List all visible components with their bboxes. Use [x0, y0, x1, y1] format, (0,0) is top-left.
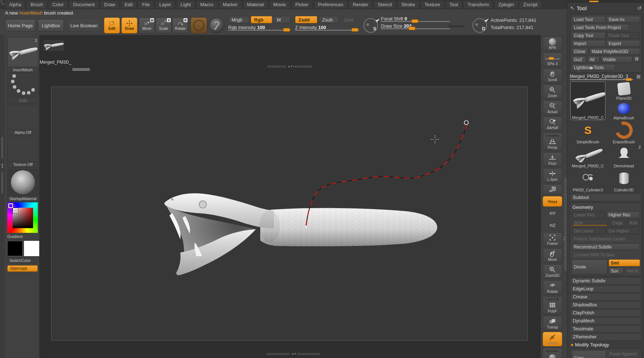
section-claypolish[interactable]: ClayPolish: [570, 309, 641, 317]
lower-res-button[interactable]: Lower Res: [572, 211, 605, 218]
texture-thumbnail[interactable]: Texture Off: [7, 137, 39, 168]
menu-item-transform[interactable]: Transform: [463, 1, 493, 9]
tray-tool-label[interactable]: Merged_PM3D_: [40, 60, 71, 65]
del-higher-button[interactable]: Del Higher: [607, 227, 640, 234]
shelf-ghost-button[interactable]: Ghost: [543, 332, 562, 346]
shelf-persp-button[interactable]: DynamicPersp: [543, 132, 562, 151]
goz-button[interactable]: GoZ: [572, 56, 586, 63]
goz-r-button[interactable]: R: [633, 56, 640, 62]
section-tessimate[interactable]: Tessimate: [570, 325, 641, 333]
left-edge-rail[interactable]: ▲▼: [0, 35, 5, 358]
export-button[interactable]: Export: [607, 40, 640, 47]
tool-name-r-button[interactable]: R: [635, 74, 642, 80]
section-zremesher[interactable]: ZRemesher: [570, 333, 641, 341]
secondary-color-swatch[interactable]: [24, 241, 39, 256]
reuv-button[interactable]: ReUV: [625, 267, 640, 274]
tray-tool-thumbnail[interactable]: [44, 40, 64, 51]
home-page-button[interactable]: Home Page: [5, 19, 36, 32]
tool-thumb-alphabrush[interactable]: AlphaBrush: [606, 101, 641, 120]
sdiv-slider[interactable]: SDiv: [572, 219, 608, 226]
rstr-button[interactable]: Rstr: [627, 219, 640, 226]
shelf-solo-button[interactable]: DynamicSolo: [543, 348, 562, 358]
snake-model[interactable]: [164, 193, 437, 275]
z-intensity-track[interactable]: [295, 30, 359, 31]
shelf-roty-button[interactable]: ⟲Y: [543, 208, 562, 219]
higher-res-button[interactable]: Higher Res: [607, 211, 640, 218]
draw-size-slider[interactable]: Draw Size 202 Dynamic: [381, 23, 450, 29]
switch-color-button[interactable]: SwitchColor: [7, 258, 38, 263]
edit-button[interactable]: Edit: [104, 17, 120, 33]
section-edgeloop[interactable]: EdgeLoop: [570, 285, 641, 293]
menu-item-document[interactable]: Document: [69, 1, 98, 9]
z-intensity-slider[interactable]: Z Intensity 100: [295, 25, 359, 31]
menu-item-picker[interactable]: Picker: [291, 1, 313, 9]
canvas-bottom-splitter[interactable]: ▲▼: [267, 353, 321, 355]
draw-button[interactable]: Draw: [121, 17, 137, 33]
save-as-button[interactable]: Save As: [607, 16, 640, 23]
rgb-intensity-track[interactable]: [228, 30, 291, 31]
shelf-panel-splitter[interactable]: ◂▸: [564, 178, 567, 271]
canvas-top-splitter[interactable]: ▲▼: [267, 65, 313, 68]
menu-item-preferences[interactable]: Preferences: [314, 1, 347, 9]
reconstruct-subdiv-button[interactable]: Reconstruct Subdiv: [572, 243, 640, 250]
zcut-button[interactable]: Zcut: [341, 16, 359, 23]
rotate-button[interactable]: R Rotate: [172, 17, 188, 33]
clone-button[interactable]: Clone: [572, 48, 588, 55]
draw-size-track[interactable]: [381, 28, 450, 29]
material-thumbnail[interactable]: StartupMaterial: [7, 169, 39, 202]
left-rail-arrows[interactable]: ▲▼: [0, 163, 4, 169]
load-tools-from-project-button[interactable]: Load Tools From Project: [572, 24, 629, 31]
menu-item-color[interactable]: Color: [48, 1, 68, 9]
shelf-rotate-button[interactable]: Rotate: [543, 280, 562, 295]
menu-item-layer[interactable]: Layer: [155, 1, 175, 9]
shelf-floor-button[interactable]: Floor: [543, 152, 562, 167]
dynamic-draw-size-toggle[interactable]: Dynamic: [448, 24, 465, 28]
tool-thumb-demohead[interactable]: DemoHead2: [606, 145, 641, 168]
m-button[interactable]: M: [274, 16, 291, 23]
tool-name-track[interactable]: [570, 79, 633, 80]
lightbox-tools-button[interactable]: Lightbox▶Tools: [572, 64, 615, 71]
rgb-intensity-knob[interactable]: [283, 28, 290, 32]
shelf-frame-button[interactable]: Frame: [543, 232, 562, 247]
menu-item-brush[interactable]: Brush: [27, 1, 47, 9]
zsub-button[interactable]: Zsub: [319, 16, 339, 23]
suv-toggle[interactable]: Suv: [609, 267, 624, 274]
panel-scroll-indicator[interactable]: [589, 1, 599, 2]
paste-append-button[interactable]: Paste Append: [607, 350, 640, 357]
tool-thumb-merged-pm3d-c[interactable]: Merged_PM3D_C: [570, 81, 605, 120]
panel-refresh-icon[interactable]: ↺: [637, 5, 641, 11]
main-color-swatch[interactable]: [7, 241, 23, 256]
copy-tool-button[interactable]: Copy Tool: [572, 32, 605, 39]
copy-button[interactable]: Copy: [572, 350, 606, 358]
menu-item-material[interactable]: Material: [243, 1, 268, 9]
tray-scroll-handle[interactable]: [72, 68, 90, 71]
shelf-bpr-button[interactable]: BPR: [543, 36, 562, 51]
color-picker[interactable]: [7, 202, 38, 233]
draw-size-knob[interactable]: [408, 27, 415, 30]
menu-item-movie[interactable]: Movie: [269, 1, 290, 9]
alternate-button[interactable]: Alternate: [7, 265, 38, 272]
shelf-scroll-button[interactable]: Scroll: [543, 68, 562, 83]
lightbox-button[interactable]: LightBox: [38, 19, 64, 32]
menu-item-tool[interactable]: Tool: [446, 1, 462, 9]
shelf-l-sym-button[interactable]: L.Sym: [543, 168, 562, 183]
shelf-actual-button[interactable]: 1Actual: [543, 100, 562, 115]
menu-item-render[interactable]: Render: [349, 1, 373, 9]
menu-item-stroke[interactable]: Stroke: [397, 1, 419, 9]
hue-selector[interactable]: [8, 203, 13, 208]
tray-scrollbar[interactable]: [39, 68, 94, 71]
canvas-viewport[interactable]: Merged_PM3D_ ▲▼ ▲▼: [39, 35, 541, 358]
divide-button[interactable]: Divide: [572, 259, 608, 274]
stroke-s-icon[interactable]: ⊕S: [363, 18, 378, 33]
shelf-xyz-button[interactable]: ⟲xyz: [543, 196, 562, 207]
visible-button[interactable]: Visible: [601, 56, 632, 63]
convert-bpr-button[interactable]: Convert BPR To Geo: [572, 251, 640, 258]
gradient-label[interactable]: Gradient: [7, 234, 38, 239]
make-polymesh3d-button[interactable]: Make PolyMesh3D: [589, 48, 640, 55]
menu-item-zplugin[interactable]: Zplugin: [494, 1, 518, 9]
geometry-title[interactable]: Geometry: [572, 204, 639, 210]
load-tool-button[interactable]: Load Tool: [572, 16, 605, 23]
all-button[interactable]: All: [587, 56, 600, 63]
menu-item-edit[interactable]: Edit: [121, 1, 137, 9]
import-button[interactable]: Import: [572, 40, 605, 47]
